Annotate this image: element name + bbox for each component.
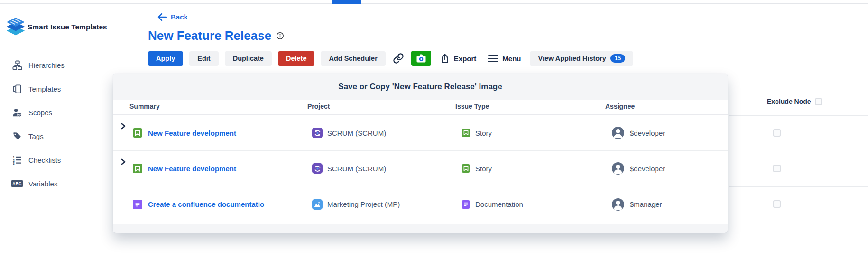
table-row-divider — [729, 151, 868, 151]
marketing-project-avatar — [312, 199, 323, 210]
table-row-divider — [729, 222, 868, 222]
back-button[interactable]: Back — [157, 13, 188, 21]
checklist-icon: 1 2 3 — [11, 154, 23, 166]
issue-summary-link[interactable]: New Feature development — [148, 129, 236, 137]
menu-label: Menu — [502, 55, 521, 63]
exclude-node-checkbox[interactable] — [773, 129, 781, 137]
assignee-name: $developer — [630, 129, 665, 137]
page-title: New Feature Release — [148, 28, 271, 43]
column-header-assignee: Assignee — [605, 102, 635, 110]
add-scheduler-button[interactable]: Add Scheduler — [321, 51, 385, 66]
hierarchy-icon — [11, 59, 23, 71]
hamburger-icon — [488, 55, 498, 62]
menu-button[interactable]: Menu — [485, 55, 524, 63]
story-type-icon — [133, 164, 142, 173]
story-type-icon — [462, 164, 470, 173]
view-applied-history-button[interactable]: View Applied History 15 — [530, 51, 633, 66]
scrum-project-avatar — [312, 163, 323, 174]
documentation-type-icon — [133, 200, 142, 209]
sidebar-item-label: Templates — [28, 85, 61, 93]
content-top-border — [0, 3, 868, 4]
column-header-issue-type: Issue Type — [455, 102, 489, 110]
project-name: Marketing Project (MP) — [327, 200, 400, 208]
export-button[interactable]: Export — [437, 54, 480, 64]
project-name: SCRUM (SCRUM) — [327, 165, 386, 173]
camera-icon — [416, 53, 427, 64]
variables-icon: ABC — [11, 178, 23, 189]
sidebar-item-label: Hierarchies — [28, 61, 65, 69]
copy-link-button[interactable] — [392, 53, 405, 64]
sidebar-item-label: Checklists — [28, 156, 61, 164]
app-title: Smart Issue Templates — [28, 23, 107, 31]
column-header-summary: Summary — [129, 102, 160, 110]
sidebar-item-label: Tags — [28, 132, 44, 140]
scrum-project-avatar — [312, 128, 323, 138]
table-row: Create a confluence documentatio Marketi… — [113, 186, 728, 222]
issue-type-name: Story — [475, 129, 492, 137]
table-row-divider — [729, 186, 868, 187]
exclude-node-label: Exclude Node — [767, 98, 811, 105]
modal-table: Summary Project Issue Type Assignee New … — [113, 100, 728, 224]
link-icon — [393, 53, 404, 64]
table-row: New Feature development SCRUM (SCRUM) — [113, 115, 728, 151]
back-label: Back — [171, 13, 188, 21]
story-type-icon — [462, 129, 470, 137]
delete-button[interactable]: Delete — [278, 51, 315, 66]
story-type-icon — [133, 128, 142, 138]
exclude-node-checkbox[interactable] — [773, 200, 781, 208]
save-image-modal: Save or Copy 'New Feature Release' Image… — [113, 74, 728, 233]
back-arrow-icon — [157, 13, 167, 21]
history-count-badge: 15 — [610, 54, 625, 63]
expand-chevron-icon[interactable] — [120, 123, 126, 130]
screenshot-button[interactable] — [411, 51, 431, 66]
svg-text:3: 3 — [13, 162, 15, 165]
export-label: Export — [454, 55, 477, 63]
tag-icon — [11, 130, 23, 142]
export-icon — [440, 54, 450, 64]
expand-chevron-icon[interactable] — [120, 158, 126, 165]
documentation-type-icon — [462, 200, 470, 209]
exclude-node-header: Exclude Node — [767, 98, 822, 105]
scopes-icon — [11, 107, 23, 118]
assignee-avatar — [612, 198, 624, 211]
assignee-name: $manager — [630, 200, 662, 208]
issue-type-name: Story — [475, 165, 492, 173]
duplicate-button[interactable]: Duplicate — [225, 51, 272, 66]
table-row: New Feature development SCRUM (SCRUM) — [113, 151, 728, 186]
issue-summary-link[interactable]: New Feature development — [148, 165, 236, 173]
modal-header: Save or Copy 'New Feature Release' Image — [113, 74, 728, 100]
abc-badge-label: ABC — [11, 180, 23, 187]
edit-button[interactable]: Edit — [189, 51, 218, 66]
app-logo-icon — [6, 16, 26, 38]
sidebar-item-label: Variables — [28, 180, 57, 188]
templates-icon — [11, 83, 23, 94]
table-header-row: Summary Project Issue Type Assignee — [113, 100, 728, 115]
info-icon[interactable] — [276, 32, 284, 40]
active-tab-indicator — [332, 0, 361, 4]
assignee-avatar — [612, 162, 624, 175]
project-name: SCRUM (SCRUM) — [327, 129, 386, 137]
exclude-node-select-all-checkbox[interactable] — [815, 98, 822, 105]
issue-type-name: Documentation — [475, 200, 523, 208]
table-row-divider — [729, 115, 868, 116]
sidebar-item-label: Scopes — [28, 109, 52, 117]
apply-button[interactable]: Apply — [148, 51, 183, 66]
column-header-project: Project — [307, 102, 330, 110]
view-applied-history-label: View Applied History — [538, 55, 606, 62]
assignee-avatar — [612, 127, 624, 139]
assignee-name: $developer — [630, 165, 665, 173]
toolbar: Apply Edit Duplicate Delete Add Schedule… — [148, 51, 633, 66]
exclude-node-checkbox[interactable] — [773, 165, 781, 172]
issue-summary-link[interactable]: Create a confluence documentatio — [148, 200, 264, 208]
modal-title: Save or Copy 'New Feature Release' Image — [338, 82, 502, 92]
